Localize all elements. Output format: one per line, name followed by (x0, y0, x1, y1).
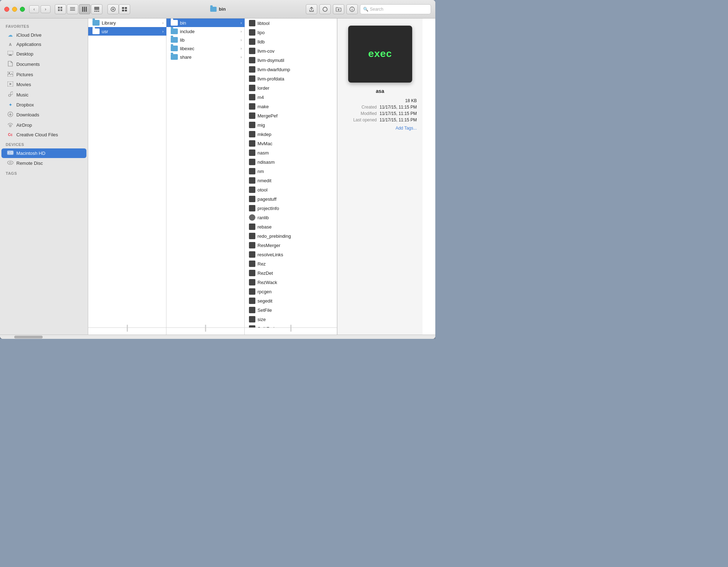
gallery-view-button[interactable] (91, 4, 102, 14)
label-button[interactable] (319, 4, 331, 14)
sidebar-item-macintosh-hd[interactable]: Macintosh HD (1, 148, 86, 158)
column-view-button[interactable] (79, 4, 90, 14)
col3-item-llvm-dwarfdump[interactable]: llvm-dwarfdump (245, 65, 337, 74)
exec-icon (249, 168, 255, 174)
dropbox-icon: ✦ (7, 102, 14, 107)
col3-item-rebase[interactable]: rebase (245, 222, 337, 231)
svg-rect-3 (60, 9, 62, 11)
col1-usr[interactable]: usr › (88, 27, 166, 36)
col3-item-size[interactable]: size (245, 315, 337, 324)
new-folder-button[interactable] (333, 4, 344, 14)
resize-handle[interactable] (290, 325, 291, 332)
forward-button[interactable]: › (41, 5, 51, 13)
folder-icon (171, 37, 178, 43)
sidebar-item-creative-cloud[interactable]: Cc Creative Cloud Files (1, 130, 86, 139)
col3-item-resolvelinks[interactable]: resolveLinks (245, 250, 337, 259)
col2-share[interactable]: share › (166, 53, 245, 61)
col3-item-rez[interactable]: Rez (245, 259, 337, 268)
sidebar-item-documents[interactable]: Documents (1, 59, 86, 69)
info-button[interactable]: i (346, 4, 358, 14)
col3-item-mig[interactable]: mig (245, 120, 337, 130)
scrollbar-thumb[interactable] (14, 336, 43, 338)
size-value: 18 KB (405, 98, 417, 103)
col3-item-redo_prebinding[interactable]: redo_prebinding (245, 231, 337, 241)
svg-rect-9 (86, 7, 87, 12)
col2-libexec[interactable]: libexec › (166, 44, 245, 53)
sidebar-item-movies[interactable]: Movies (1, 80, 86, 89)
list-view-button[interactable] (67, 4, 78, 14)
sidebar-item-dropbox[interactable]: ✦ Dropbox (1, 100, 86, 109)
col3-item-llvm-dsymutil[interactable]: llvm-dsymutil (245, 56, 337, 65)
col3-item-rezwack[interactable]: RezWack (245, 278, 337, 287)
title-folder-icon (210, 7, 217, 12)
action-button[interactable] (107, 4, 119, 14)
tags-section-title: Tags (0, 168, 88, 177)
back-button[interactable]: ‹ (29, 5, 39, 13)
col3-item-lipo[interactable]: lipo (245, 28, 337, 37)
col3-item-projectinfo[interactable]: projectInfo (245, 204, 337, 213)
col2-bin[interactable]: bin › (166, 19, 245, 27)
col1-library[interactable]: Library › (88, 19, 166, 27)
col3-item-rezdet[interactable]: RezDet (245, 268, 337, 278)
item-label: llvm-dsymutil (257, 58, 284, 63)
maximize-button[interactable] (20, 7, 25, 12)
col3-item-nmedit[interactable]: nmedit (245, 176, 337, 185)
column-1-content: Library › usr › (88, 19, 166, 327)
col3-item-llvm-cov[interactable]: llvm-cov (245, 46, 337, 56)
view-controls (55, 4, 102, 14)
sidebar-item-applications[interactable]: A Applications (1, 40, 86, 49)
col3-item-setfile[interactable]: SetFile (245, 305, 337, 315)
col3-item-rpcgen[interactable]: rpcgen (245, 287, 337, 296)
resize-handle[interactable] (127, 325, 128, 332)
exec-icon (249, 316, 255, 322)
add-tags-link[interactable]: Add Tags... (395, 126, 417, 131)
item-label: llvm-cov (257, 48, 275, 54)
item-label: Rez (257, 261, 266, 267)
minimize-button[interactable] (12, 7, 17, 12)
sidebar-item-remote-disc[interactable]: Remote Disc (1, 158, 86, 168)
sidebar-item-music[interactable]: Music (1, 90, 86, 100)
col3-item-mergepef[interactable]: MergePef (245, 111, 337, 120)
hd-icon (7, 150, 14, 156)
col2-lib[interactable]: lib › (166, 36, 245, 44)
col3-item-llvm-profdata[interactable]: llvm-profdata (245, 74, 337, 83)
sidebar-item-icloud-drive[interactable]: ☁ iCloud Drive (1, 30, 86, 40)
sidebar-item-desktop[interactable]: Desktop (1, 49, 86, 59)
svg-rect-1 (60, 7, 62, 9)
bottom-scrollbar[interactable] (0, 335, 435, 339)
close-button[interactable] (4, 7, 9, 12)
share-button[interactable] (306, 4, 317, 14)
col3-item-nm[interactable]: nm (245, 167, 337, 176)
col3-item-nasm[interactable]: nasm (245, 148, 337, 157)
arrange-button[interactable] (119, 4, 130, 14)
col3-item-segedit[interactable]: segedit (245, 296, 337, 305)
col3-item-pagestuff[interactable]: pagestuff (245, 194, 337, 204)
col3-item-m4[interactable]: m4 (245, 93, 337, 102)
svg-point-36 (8, 152, 9, 153)
column-3: libtoollipolldbllvm-covllvm-dsymutilllvm… (245, 19, 337, 335)
svg-rect-12 (96, 11, 97, 12)
item-label: usr (102, 29, 108, 34)
svg-point-37 (7, 161, 13, 164)
col3-item-mkdep[interactable]: mkdep (245, 130, 337, 139)
sidebar: Favorites ☁ iCloud Drive A Applications … (0, 19, 88, 335)
sidebar-item-downloads[interactable]: Downloads (1, 110, 86, 120)
col3-item-lldb[interactable]: lldb (245, 37, 337, 46)
sidebar-item-pictures[interactable]: Pictures (1, 70, 86, 79)
col3-item-make[interactable]: make (245, 102, 337, 111)
col2-include[interactable]: include › (166, 27, 245, 36)
col3-item-resmerger[interactable]: ResMerger (245, 241, 337, 250)
col3-item-libtool[interactable]: libtool (245, 19, 337, 28)
resize-handle[interactable] (205, 325, 206, 332)
col3-item-lorder[interactable]: lorder (245, 83, 337, 93)
col3-item-ndisasm[interactable]: ndisasm (245, 157, 337, 167)
search-box[interactable]: 🔍 Search (360, 4, 431, 14)
item-label: lldb (257, 39, 265, 44)
exec-icon (249, 85, 255, 91)
sidebar-item-airdrop[interactable]: AirDrop (1, 120, 86, 130)
col3-item-otool[interactable]: otool (245, 185, 337, 194)
grid-view-button[interactable] (55, 4, 66, 14)
col3-item-ranlib[interactable]: ranlib (245, 213, 337, 222)
exec-icon (249, 94, 255, 100)
col3-item-mvmac[interactable]: MvMac (245, 139, 337, 148)
